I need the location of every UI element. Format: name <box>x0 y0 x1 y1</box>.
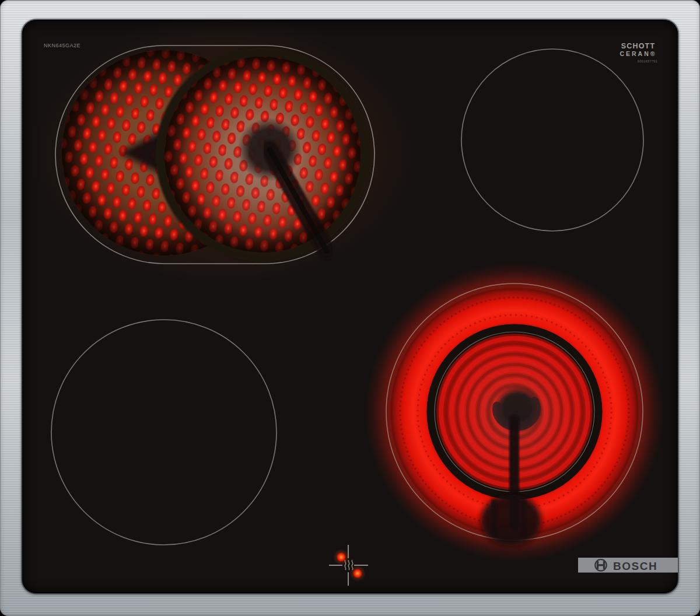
zone-rear-right-outline <box>461 49 643 231</box>
residual-heat-led <box>354 569 362 578</box>
schott-logo-line1: SCHOTT <box>621 42 656 50</box>
ring-bottom-shadow <box>481 495 541 546</box>
heating-element-main <box>156 48 369 261</box>
bosch-logo-band: BOSCH <box>578 558 678 573</box>
glass-part-number: 9001657791 <box>638 60 658 63</box>
zone-rear-left <box>26 16 423 290</box>
zone-front-right <box>365 262 664 561</box>
zone-front-left-outline <box>51 320 276 545</box>
model-number-print: NKN645GA2E <box>44 43 80 48</box>
schott-ceran-logo: SCHOTT CERAN® 9001657791 <box>620 42 657 63</box>
residual-heat-indicator <box>329 545 368 586</box>
cooktop-graphics: NKN645GA2E SCHOTT CERAN® 9001657791 BOSC… <box>0 0 700 616</box>
schott-logo-line2: CERAN® <box>620 50 656 57</box>
residual-heat-led <box>337 553 346 562</box>
bosch-wordmark: BOSCH <box>613 560 657 572</box>
cooktop-frame: NKN645GA2E SCHOTT CERAN® 9001657791 BOSC… <box>0 0 700 616</box>
